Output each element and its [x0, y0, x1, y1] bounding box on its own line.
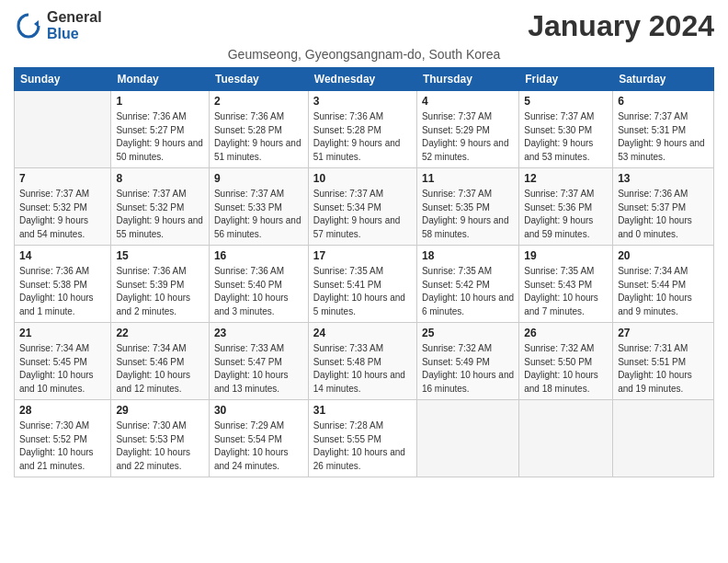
- day-number: 28: [19, 404, 106, 417]
- table-row: [15, 91, 111, 168]
- day-info: Sunrise: 7:36 AMSunset: 5:38 PMDaylight:…: [19, 265, 106, 318]
- day-number: 15: [116, 249, 204, 262]
- day-info: Sunrise: 7:33 AMSunset: 5:47 PMDaylight:…: [214, 342, 303, 396]
- logo-general-text: General: [47, 9, 102, 25]
- table-row: 3 Sunrise: 7:36 AMSunset: 5:28 PMDayligh…: [308, 91, 416, 168]
- day-number: 27: [618, 327, 709, 339]
- day-number: 30: [214, 404, 303, 417]
- day-info: Sunrise: 7:32 AMSunset: 5:49 PMDaylight:…: [422, 342, 514, 396]
- day-number: 4: [422, 95, 514, 108]
- day-number: 16: [214, 249, 303, 262]
- day-info: Sunrise: 7:35 AMSunset: 5:42 PMDaylight:…: [422, 265, 514, 318]
- day-info: Sunrise: 7:35 AMSunset: 5:41 PMDaylight:…: [313, 265, 412, 318]
- day-number: 11: [422, 172, 514, 185]
- table-row: 21 Sunrise: 7:34 AMSunset: 5:45 PMDaylig…: [15, 323, 111, 400]
- day-info: Sunrise: 7:37 AMSunset: 5:32 PMDaylight:…: [19, 188, 106, 241]
- day-number: 23: [214, 327, 303, 339]
- table-row: 11 Sunrise: 7:37 AMSunset: 5:35 PMDaylig…: [416, 168, 518, 246]
- table-row: 14 Sunrise: 7:36 AMSunset: 5:38 PMDaylig…: [15, 246, 111, 323]
- day-info: Sunrise: 7:34 AMSunset: 5:44 PMDaylight:…: [618, 265, 709, 318]
- day-number: 31: [313, 404, 412, 417]
- table-row: [613, 400, 714, 477]
- day-info: Sunrise: 7:36 AMSunset: 5:28 PMDaylight:…: [214, 110, 303, 164]
- header-saturday: Saturday: [613, 68, 714, 91]
- day-number: 8: [116, 172, 204, 185]
- day-info: Sunrise: 7:37 AMSunset: 5:36 PMDaylight:…: [524, 188, 608, 241]
- header-sunday: Sunday: [15, 68, 111, 91]
- day-number: 3: [313, 95, 412, 108]
- day-info: Sunrise: 7:37 AMSunset: 5:35 PMDaylight:…: [422, 188, 514, 241]
- table-row: 1 Sunrise: 7:36 AMSunset: 5:27 PMDayligh…: [111, 91, 210, 168]
- day-info: Sunrise: 7:37 AMSunset: 5:34 PMDaylight:…: [313, 188, 412, 241]
- day-info: Sunrise: 7:32 AMSunset: 5:50 PMDaylight:…: [524, 342, 608, 396]
- table-row: 22 Sunrise: 7:34 AMSunset: 5:46 PMDaylig…: [111, 323, 210, 400]
- table-row: 31 Sunrise: 7:28 AMSunset: 5:55 PMDaylig…: [308, 400, 416, 477]
- day-info: Sunrise: 7:34 AMSunset: 5:45 PMDaylight:…: [19, 342, 106, 396]
- day-number: 22: [116, 327, 204, 339]
- table-row: 18 Sunrise: 7:35 AMSunset: 5:42 PMDaylig…: [416, 246, 518, 323]
- day-number: 12: [524, 172, 608, 185]
- calendar-week-row: 28 Sunrise: 7:30 AMSunset: 5:52 PMDaylig…: [15, 400, 714, 477]
- table-row: 25 Sunrise: 7:32 AMSunset: 5:49 PMDaylig…: [416, 323, 518, 400]
- day-number: 19: [524, 249, 608, 262]
- table-row: 28 Sunrise: 7:30 AMSunset: 5:52 PMDaylig…: [15, 400, 111, 477]
- day-info: Sunrise: 7:33 AMSunset: 5:48 PMDaylight:…: [313, 342, 412, 396]
- day-info: Sunrise: 7:36 AMSunset: 5:39 PMDaylight:…: [116, 265, 204, 318]
- calendar-table: Sunday Monday Tuesday Wednesday Thursday…: [14, 67, 714, 477]
- table-row: 15 Sunrise: 7:36 AMSunset: 5:39 PMDaylig…: [111, 246, 210, 323]
- day-number: 17: [313, 249, 412, 262]
- table-row: 12 Sunrise: 7:37 AMSunset: 5:36 PMDaylig…: [519, 168, 613, 246]
- day-number: 18: [422, 249, 514, 262]
- day-info: Sunrise: 7:37 AMSunset: 5:30 PMDaylight:…: [524, 110, 608, 164]
- day-number: 21: [19, 327, 106, 339]
- svg-marker-0: [34, 20, 39, 28]
- day-info: Sunrise: 7:30 AMSunset: 5:52 PMDaylight:…: [19, 419, 106, 473]
- table-row: 13 Sunrise: 7:36 AMSunset: 5:37 PMDaylig…: [613, 168, 714, 246]
- table-row: 26 Sunrise: 7:32 AMSunset: 5:50 PMDaylig…: [519, 323, 613, 400]
- table-row: 6 Sunrise: 7:37 AMSunset: 5:31 PMDayligh…: [613, 91, 714, 168]
- day-info: Sunrise: 7:37 AMSunset: 5:29 PMDaylight:…: [422, 110, 514, 164]
- calendar-subtitle: Geumseong, Gyeongsangnam-do, South Korea: [14, 47, 714, 62]
- day-number: 13: [618, 172, 709, 185]
- day-number: 20: [618, 249, 709, 262]
- table-row: 7 Sunrise: 7:37 AMSunset: 5:32 PMDayligh…: [15, 168, 111, 246]
- day-info: Sunrise: 7:36 AMSunset: 5:37 PMDaylight:…: [618, 188, 709, 241]
- table-row: 8 Sunrise: 7:37 AMSunset: 5:32 PMDayligh…: [111, 168, 210, 246]
- day-info: Sunrise: 7:36 AMSunset: 5:27 PMDaylight:…: [116, 110, 204, 164]
- day-number: 25: [422, 327, 514, 339]
- table-row: 23 Sunrise: 7:33 AMSunset: 5:47 PMDaylig…: [209, 323, 308, 400]
- day-info: Sunrise: 7:37 AMSunset: 5:33 PMDaylight:…: [214, 188, 303, 241]
- header-monday: Monday: [111, 68, 210, 91]
- header-wednesday: Wednesday: [308, 68, 416, 91]
- table-row: 30 Sunrise: 7:29 AMSunset: 5:54 PMDaylig…: [209, 400, 308, 477]
- calendar-week-row: 1 Sunrise: 7:36 AMSunset: 5:27 PMDayligh…: [15, 91, 714, 168]
- day-number: 26: [524, 327, 608, 339]
- calendar-week-row: 7 Sunrise: 7:37 AMSunset: 5:32 PMDayligh…: [15, 168, 714, 246]
- day-info: Sunrise: 7:34 AMSunset: 5:46 PMDaylight:…: [116, 342, 204, 396]
- day-number: 5: [524, 95, 608, 108]
- page-header: General Blue January 2024: [14, 9, 714, 43]
- day-info: Sunrise: 7:29 AMSunset: 5:54 PMDaylight:…: [214, 419, 303, 473]
- day-number: 29: [116, 404, 204, 417]
- calendar-week-row: 14 Sunrise: 7:36 AMSunset: 5:38 PMDaylig…: [15, 246, 714, 323]
- day-number: 14: [19, 249, 106, 262]
- table-row: 29 Sunrise: 7:30 AMSunset: 5:53 PMDaylig…: [111, 400, 210, 477]
- day-number: 9: [214, 172, 303, 185]
- day-info: Sunrise: 7:36 AMSunset: 5:28 PMDaylight:…: [313, 110, 412, 164]
- logo-blue-text: Blue: [47, 26, 79, 41]
- day-info: Sunrise: 7:30 AMSunset: 5:53 PMDaylight:…: [116, 419, 204, 473]
- header-friday: Friday: [519, 68, 613, 91]
- table-row: 4 Sunrise: 7:37 AMSunset: 5:29 PMDayligh…: [416, 91, 518, 168]
- table-row: [519, 400, 613, 477]
- day-number: 2: [214, 95, 303, 108]
- header-tuesday: Tuesday: [209, 68, 308, 91]
- day-number: 6: [618, 95, 709, 108]
- table-row: 20 Sunrise: 7:34 AMSunset: 5:44 PMDaylig…: [613, 246, 714, 323]
- table-row: 27 Sunrise: 7:31 AMSunset: 5:51 PMDaylig…: [613, 323, 714, 400]
- logo-icon: [14, 11, 43, 40]
- table-row: 5 Sunrise: 7:37 AMSunset: 5:30 PMDayligh…: [519, 91, 613, 168]
- table-row: 19 Sunrise: 7:35 AMSunset: 5:43 PMDaylig…: [519, 246, 613, 323]
- calendar-week-row: 21 Sunrise: 7:34 AMSunset: 5:45 PMDaylig…: [15, 323, 714, 400]
- day-info: Sunrise: 7:35 AMSunset: 5:43 PMDaylight:…: [524, 265, 608, 318]
- table-row: 17 Sunrise: 7:35 AMSunset: 5:41 PMDaylig…: [308, 246, 416, 323]
